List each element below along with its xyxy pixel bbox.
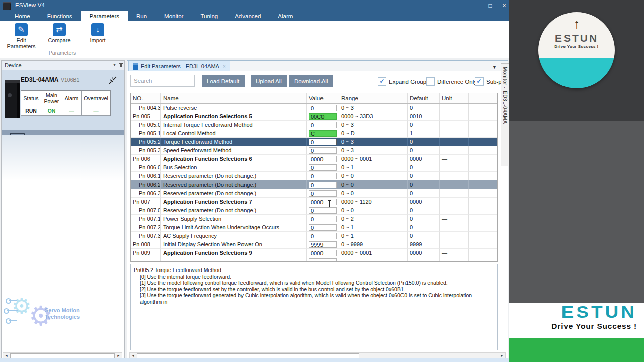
menu-tab-functions[interactable]: Functions (39, 11, 81, 21)
status-value: ON (41, 106, 62, 116)
circuit-dot (4, 308, 9, 314)
maximize-button[interactable]: □ (483, 0, 497, 11)
tab-close-icon[interactable]: × (223, 64, 226, 69)
checkbox-difference-only[interactable]: Difference Only (426, 77, 477, 86)
checkbox-sub-parameters[interactable]: ✓Sub-p (475, 77, 502, 86)
circuit-line (7, 310, 18, 311)
value-editor[interactable]: 0 (309, 233, 337, 239)
table-row[interactable]: Pn 004.3Pulse reverse00 ~ 30 (131, 104, 497, 112)
pin-icon[interactable] (120, 63, 122, 67)
upload-all-button[interactable]: Upload All (251, 75, 287, 87)
import-button[interactable]: ↓Import (78, 23, 117, 49)
description-line: [1] Use the model following control torq… (134, 280, 494, 286)
column-header[interactable]: Unit (440, 93, 469, 103)
table-row[interactable]: Pn 006.2Reserved parameter (Do not chang… (131, 180, 497, 189)
table-row[interactable]: Pn 007.1Power Supply Selection00 ~ 20— (131, 215, 497, 223)
tab-list-menu-icon[interactable]: —▼ (492, 62, 497, 69)
scroll-left-icon[interactable]: ◄ (130, 353, 136, 358)
table-row[interactable]: Pn 006.0Bus Selection00 ~ 10— (131, 163, 497, 172)
value-editor[interactable]: 0 (309, 147, 337, 154)
table-row[interactable]: Pn 006.1Reserved parameter (Do not chang… (131, 172, 497, 180)
unchecked-checkbox-icon[interactable] (426, 77, 435, 86)
scroll-right-icon[interactable]: ► (499, 353, 505, 358)
column-header[interactable]: Range (339, 93, 408, 103)
value-editor[interactable]: 0 (309, 164, 337, 171)
parameter-description: Pn005.2 Torque Feedforward Method[0] Use… (130, 264, 498, 350)
scroll-left-icon[interactable]: ◄ (3, 353, 10, 358)
checked-checkbox-icon[interactable]: ✓ (378, 77, 386, 86)
column-header[interactable]: Name (161, 93, 307, 103)
menu-tab-tuning[interactable]: Tuning (192, 11, 226, 21)
value-editor[interactable]: 00C0 (309, 113, 337, 120)
ribbon-group-label: Parameters (0, 50, 125, 56)
parameter-toolbar: Load Default Upload All Download All ✓Ex… (127, 71, 508, 93)
minimize-button[interactable]: – (469, 0, 483, 11)
watermark-text: Servo Motion Technologies (45, 307, 80, 320)
value-editor[interactable]: 0 (309, 139, 337, 145)
value-editor[interactable]: 0 (309, 122, 337, 128)
table-row[interactable]: Pn 007Application Function Selections 70… (131, 198, 497, 206)
table-row[interactable]: Pn 005.3Speed Feedforward Method00 ~ 30 (131, 146, 497, 155)
menu-tab-parameters[interactable]: Parameters (81, 11, 128, 21)
estun-banner: ESTUN Drive Your Success ! (509, 303, 644, 338)
device-panel-header[interactable]: Device ▾ (2, 61, 124, 70)
menu-tab-advanced[interactable]: Advanced (226, 11, 269, 21)
table-row[interactable]: Pn 006Application Function Selections 60… (131, 155, 497, 163)
table-row[interactable]: Pn 009Application Function Selections 90… (131, 249, 497, 257)
estun-sticker: ↑ ESTUN Drive Your Success ! (538, 12, 615, 88)
column-header[interactable] (469, 93, 497, 103)
value-editor[interactable]: 0 (309, 207, 337, 214)
tab-edit-parameters[interactable]: Edit Parameters - ED3L-04AMA × (128, 61, 230, 71)
table-row[interactable]: Pn 005Application Function Selections 50… (131, 112, 497, 121)
scroll-right-icon[interactable]: ► (115, 353, 122, 358)
value-editor[interactable]: 9999 (309, 241, 337, 248)
edit-button[interactable]: ✎Edit Parameters (2, 23, 40, 49)
load-default-button[interactable]: Load Default (202, 75, 245, 87)
chevron-down-icon[interactable]: ▾ (113, 62, 116, 67)
circuit-line (9, 300, 17, 301)
column-header[interactable]: Value (307, 93, 339, 103)
document-icon (133, 63, 138, 70)
download-all-button[interactable]: Download All (289, 75, 333, 87)
table-row[interactable]: Pn 007.2Torque Limit Action When Undervo… (131, 223, 497, 232)
screen: ESView V4 – □ × HomeFunctionsParametersR… (0, 0, 644, 362)
description-line: [0] Use the internal torque feedforward. (134, 274, 494, 280)
compare-documents-icon: ⇄ (53, 23, 66, 36)
menu-tab-home[interactable]: Home (6, 11, 39, 21)
compare-button[interactable]: ⇄Compare (40, 23, 78, 49)
table-row[interactable]: Pn 007.0Reserved parameter (Do not chang… (131, 206, 497, 215)
column-header[interactable]: NO. (131, 93, 161, 103)
value-editor[interactable]: C (309, 130, 337, 137)
column-header[interactable]: Default (408, 93, 440, 103)
monitor-side-tab[interactable]: Monitor - ED3L-04AMA (501, 63, 509, 166)
value-editor[interactable]: 0000 (309, 156, 337, 162)
table-row[interactable]: Pn 006.3Reserved parameter (Do not chang… (131, 189, 497, 198)
table-row[interactable]: Pn 007.3AC Supply Frequency00 ~ 10 (131, 232, 497, 240)
banner-brand: ESTUN (509, 303, 637, 322)
table-row[interactable]: Pn 005.1Local Control MethodC0 ~ D1 (131, 129, 497, 138)
value-editor[interactable]: 0 (309, 216, 337, 222)
value-editor[interactable]: 0000 (309, 199, 337, 205)
value-editor[interactable]: 0000 (309, 250, 337, 256)
table-row[interactable]: Pn 005.0Internal Torque Feedforward Meth… (131, 121, 497, 129)
disconnect-icon[interactable] (108, 76, 117, 85)
checkbox-expand-groups[interactable]: ✓Expand Groups (378, 77, 429, 86)
ribbon: ✎Edit Parameters⇄Compare↓Import Paramete… (0, 21, 509, 58)
menu-tab-monitor[interactable]: Monitor (155, 11, 192, 21)
menu-tab-run[interactable]: Run (128, 11, 155, 21)
banner-green-band (509, 338, 644, 362)
value-editor[interactable]: 0 (309, 173, 337, 179)
menu-tab-alarm[interactable]: Alarm (269, 11, 301, 21)
device-card[interactable]: ED3L-04AMA V106B1 StatusMain PowerAlarmO… (2, 70, 124, 135)
value-editor[interactable]: 0 (309, 224, 337, 231)
value-editor[interactable]: 0 (309, 182, 337, 188)
table-row[interactable]: Pn 008Initial Display Selection When Pow… (131, 240, 497, 249)
status-header: Overtravel (82, 90, 110, 106)
sticker-slogan: Drive Your Success ! (538, 44, 615, 49)
value-editor[interactable]: 0 (309, 105, 337, 111)
table-row[interactable]: Pn 005.2Torque Feedforward Method00 ~ 30 (131, 138, 497, 146)
video-frame: ↑ ESTUN Drive Your Success ! (509, 0, 644, 121)
search-input[interactable] (130, 75, 195, 87)
value-editor[interactable]: 0 (309, 190, 337, 197)
checked-checkbox-icon[interactable]: ✓ (475, 77, 484, 86)
